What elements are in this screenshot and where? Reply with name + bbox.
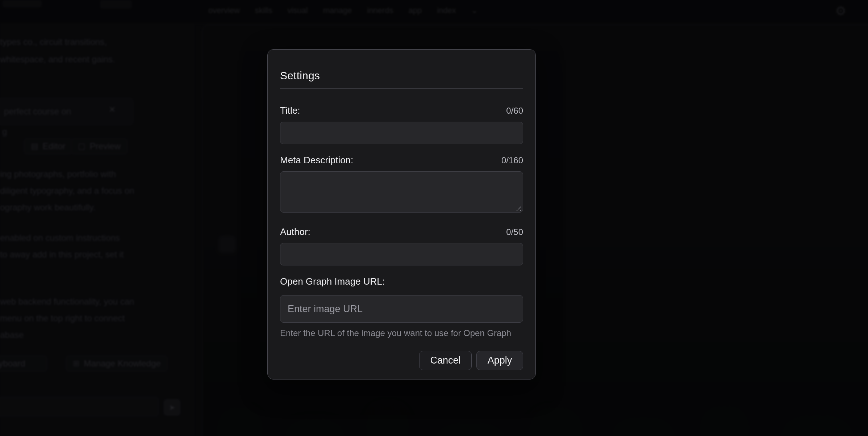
title-char-counter: 0/60 — [506, 105, 523, 117]
field-meta-description: Meta Description: 0/160 — [280, 154, 523, 213]
title-label: Title: — [280, 105, 300, 116]
modal-actions: Cancel Apply — [280, 351, 523, 370]
field-author: Author: 0/50 — [280, 226, 523, 265]
settings-modal: Settings Title: 0/60 Meta Description: 0… — [267, 49, 536, 380]
meta-description-label: Meta Description: — [280, 154, 353, 166]
author-char-counter: 0/50 — [506, 226, 523, 238]
field-title: Title: 0/60 — [280, 105, 523, 144]
author-input[interactable] — [280, 243, 523, 265]
modal-title-divider — [280, 88, 523, 89]
og-image-url-helper-text: Enter the URL of the image you want to u… — [280, 328, 523, 338]
apply-button[interactable]: Apply — [476, 351, 523, 370]
title-input[interactable] — [280, 122, 523, 144]
og-image-url-input[interactable] — [280, 295, 523, 323]
modal-title: Settings — [280, 70, 523, 82]
og-image-url-label: Open Graph Image URL: — [280, 276, 385, 287]
author-label: Author: — [280, 226, 310, 238]
field-og-image-url: Open Graph Image URL: Enter the URL of t… — [280, 276, 523, 338]
cancel-button[interactable]: Cancel — [419, 351, 472, 370]
meta-description-textarea[interactable] — [280, 171, 523, 213]
meta-description-char-counter: 0/160 — [501, 155, 523, 166]
app-screen: overview skills visual manage innerds ap… — [0, 0, 868, 436]
